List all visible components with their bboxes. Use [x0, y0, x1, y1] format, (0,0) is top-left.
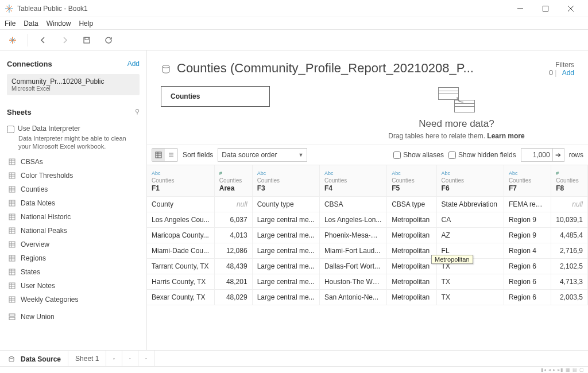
show-aliases-checkbox[interactable]: Show aliases — [393, 151, 444, 159]
table-cell[interactable]: Region 9 — [504, 212, 551, 227]
table-cell[interactable]: County — [147, 196, 214, 212]
new-worksheet-button[interactable] — [106, 351, 122, 366]
sheet-item[interactable]: National Historic — [7, 211, 140, 223]
new-story-button[interactable] — [138, 351, 154, 366]
column-header[interactable]: AbcCountiesF3 — [252, 165, 319, 196]
table-cell[interactable]: CA — [436, 212, 504, 227]
table-row[interactable]: Los Angeles Cou...6,037Large central me.… — [147, 212, 588, 227]
table-cell[interactable]: Large central me... — [252, 212, 319, 227]
window-maximize-button[interactable] — [533, 1, 558, 17]
table-cell[interactable]: 4,485,4 — [551, 227, 588, 243]
table-cell[interactable]: TX — [436, 289, 504, 305]
table-cell[interactable]: Large central me... — [252, 289, 319, 305]
sheet-item[interactable]: National Peaks — [7, 224, 140, 237]
learn-more-link[interactable]: Learn more — [487, 132, 524, 140]
table-cell[interactable]: Tarrant County, TX — [147, 258, 214, 274]
table-cell[interactable]: Region 9 — [504, 227, 551, 243]
sheet-item[interactable]: Color Thresholds — [7, 169, 140, 182]
new-dashboard-button[interactable] — [122, 351, 138, 366]
table-cell[interactable]: Region 6 — [504, 258, 551, 274]
sheet-item[interactable]: States — [7, 266, 140, 278]
menu-data[interactable]: Data — [24, 20, 38, 28]
table-cell[interactable]: Large central me... — [252, 243, 319, 258]
add-connection-link[interactable]: Add — [127, 60, 140, 68]
tab-sheet1[interactable]: Sheet 1 — [68, 351, 106, 366]
table-row[interactable]: Tarrant County, TX48,439Large central me… — [147, 258, 588, 274]
table-cell[interactable]: 10,039,1 — [551, 212, 588, 227]
table-cell[interactable]: Metropolitan — [387, 274, 436, 289]
table-cell[interactable]: Miami-Fort Laud... — [319, 243, 386, 258]
menu-help[interactable]: Help — [79, 20, 93, 28]
sheet-item[interactable]: Data Notes — [7, 197, 140, 209]
table-cell[interactable]: Phoenix-Mesa-Ch... — [319, 227, 386, 243]
data-grid[interactable]: AbcCountiesF1#CountiesAreaAbcCountiesF3A… — [147, 165, 588, 350]
table-cell[interactable]: TX — [436, 274, 504, 289]
sheet-item[interactable]: Weekly Categories — [7, 293, 140, 306]
refresh-button[interactable] — [100, 32, 117, 48]
table-cell[interactable]: San Antonio-Ne... — [319, 289, 386, 305]
table-cell[interactable]: Metropolitan — [387, 212, 436, 227]
tableau-icon[interactable] — [5, 32, 21, 48]
column-header[interactable]: AbcCountiesF4 — [319, 165, 386, 196]
sheet-item[interactable]: Overview — [7, 238, 140, 251]
save-button[interactable] — [79, 32, 95, 48]
data-interpreter-label[interactable]: Use Data Interpreter — [18, 125, 80, 133]
table-cell[interactable]: Region 4 — [504, 243, 551, 258]
table-cell[interactable]: Region 6 — [504, 274, 551, 289]
table-row[interactable]: Maricopa County...4,013Large central me.… — [147, 227, 588, 243]
menu-file[interactable]: File — [5, 20, 16, 28]
table-cell[interactable]: Dallas-Fort Wort... — [319, 258, 386, 274]
sheet-item[interactable]: User Notes — [7, 279, 140, 292]
table-cell[interactable]: AZ — [436, 227, 504, 243]
search-icon[interactable]: ⚲ — [135, 108, 140, 115]
table-row[interactable]: Harris County, TX48,201Large central me.… — [147, 274, 588, 289]
tab-data-source[interactable]: Data Source — [0, 351, 68, 366]
relate-drop-zone[interactable]: Need more data? Drag tables here to rela… — [339, 86, 574, 140]
table-cell[interactable]: Metropolitan — [387, 258, 436, 274]
table-row[interactable]: Miami-Dade Cou...12,086Large central me.… — [147, 243, 588, 258]
row-limit-apply-button[interactable]: ➔ — [553, 148, 564, 162]
table-cell[interactable]: 12,086 — [214, 243, 252, 258]
table-cell[interactable]: CBSA — [319, 196, 386, 212]
table-cell[interactable]: 48,201 — [214, 274, 252, 289]
sort-fields-select[interactable]: Data source order ▼ — [218, 148, 307, 162]
table-cell[interactable]: 2,716,9 — [551, 243, 588, 258]
table-cell[interactable]: 2,003,5 — [551, 289, 588, 305]
table-cell[interactable]: FEMA region — [504, 196, 551, 212]
window-minimize-button[interactable] — [508, 1, 533, 17]
list-view-button[interactable] — [165, 149, 177, 161]
column-header[interactable]: AbcCountiesF6 — [436, 165, 504, 196]
table-cell[interactable]: Los Angeles-Lon... — [319, 212, 386, 227]
forward-button[interactable] — [57, 32, 73, 48]
table-cell[interactable]: Metropolitan — [387, 243, 436, 258]
menu-window[interactable]: Window — [47, 20, 71, 28]
table-pill-counties[interactable]: Counties — [161, 86, 270, 107]
grid-view-button[interactable] — [152, 149, 165, 161]
table-cell[interactable]: Miami-Dade Cou... — [147, 243, 214, 258]
back-button[interactable] — [35, 32, 51, 48]
table-cell[interactable]: 6,037 — [214, 212, 252, 227]
new-union-button[interactable]: New Union — [7, 310, 140, 323]
table-cell[interactable]: Large central me... — [252, 274, 319, 289]
table-cell[interactable]: Large central me... — [252, 227, 319, 243]
table-cell[interactable]: 2,102,5 — [551, 258, 588, 274]
table-cell[interactable]: 48,439 — [214, 258, 252, 274]
table-cell[interactable]: State Abbreviation — [436, 196, 504, 212]
table-row[interactable]: Bexar County, TX48,029Large central me..… — [147, 289, 588, 305]
column-header[interactable]: #CountiesF8 — [551, 165, 588, 196]
table-row[interactable]: CountynullCounty typeCBSACBSA typeState … — [147, 196, 588, 212]
connection-item[interactable]: Community_Pr...10208_Public Microsoft Ex… — [7, 74, 140, 95]
table-cell[interactable]: Region 6 — [504, 289, 551, 305]
table-cell[interactable]: null — [214, 196, 252, 212]
table-cell[interactable]: Harris County, TX — [147, 274, 214, 289]
table-cell[interactable]: 48,029 — [214, 289, 252, 305]
table-cell[interactable]: Bexar County, TX — [147, 289, 214, 305]
table-cell[interactable]: 4,713,3 — [551, 274, 588, 289]
datasource-title[interactable]: Counties (Community_Profile_Report_20210… — [177, 61, 531, 76]
table-cell[interactable]: Metropolitan — [387, 289, 436, 305]
row-limit-input[interactable]: 1,000 — [521, 148, 553, 162]
data-interpreter-checkbox[interactable] — [7, 126, 14, 133]
window-close-button[interactable] — [558, 1, 583, 17]
table-cell[interactable]: Houston-The Wo... — [319, 274, 386, 289]
column-header[interactable]: AbcCountiesF7 — [504, 165, 551, 196]
